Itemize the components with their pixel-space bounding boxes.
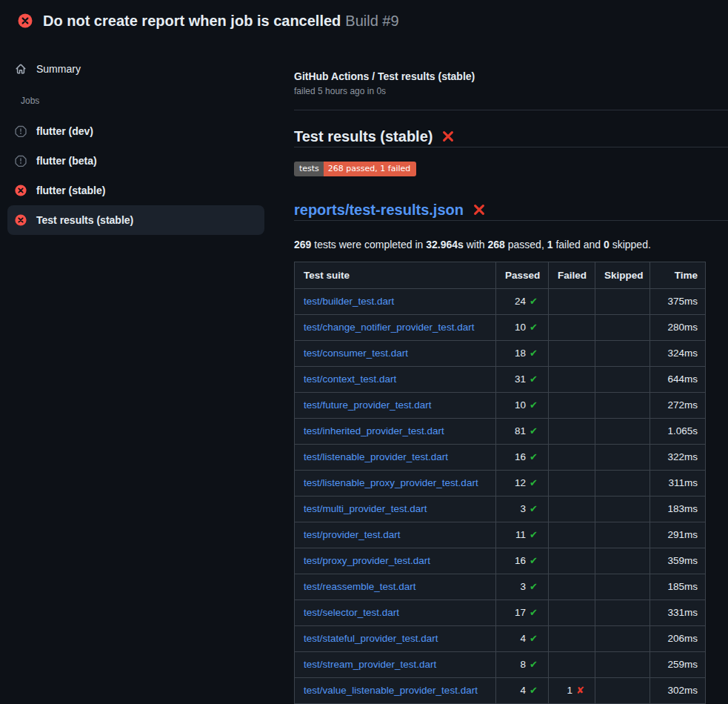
test-suite-link[interactable]: test/consumer_test.dart (304, 348, 408, 359)
test-suite-link[interactable]: test/stateful_provider_test.dart (304, 633, 438, 644)
time-value: 259ms (667, 659, 698, 670)
table-row: test/context_test.dart 31✔ ✘ 644ms (295, 367, 706, 393)
main-content: GitHub Actions / Test results (stable) f… (275, 41, 728, 704)
table-row: test/listenable_provider_test.dart 16✔ ✘… (295, 445, 706, 471)
sidebar-job-item[interactable]: flutter (dev) (7, 116, 264, 146)
table-row: test/future_provider_test.dart 10✔ ✘ 272… (295, 393, 706, 419)
check-icon: ✔ (530, 373, 538, 385)
time-value: 302ms (667, 685, 698, 696)
table-row: test/stateful_provider_test.dart 4✔ ✘ 20… (295, 626, 706, 652)
passed-value: 17 (515, 607, 526, 618)
test-suite-link[interactable]: test/future_provider_test.dart (304, 399, 432, 411)
table-row: test/stream_provider_test.dart 8✔ ✘ 259m… (295, 652, 706, 678)
sidebar-job-label: Test results (stable) (36, 214, 133, 226)
passed-value: 12 (515, 477, 526, 488)
x-circle-icon (18, 13, 33, 28)
jobs-list: flutter (dev) flutter (beta) (7, 116, 264, 235)
test-suite-link[interactable]: test/selector_test.dart (304, 607, 399, 618)
col-test-suite: Test suite (295, 262, 496, 289)
divider (294, 110, 728, 110)
test-suite-link[interactable]: test/stream_provider_test.dart (304, 659, 436, 670)
col-time: Time (650, 262, 706, 289)
test-suite-link[interactable]: test/change_notifier_provider_test.dart (304, 322, 474, 333)
col-passed: Passed (496, 262, 549, 289)
failed-value: 1 (567, 685, 573, 696)
page-header: Do not create report when job is cancell… (0, 0, 728, 41)
page-title: Do not create report when job is cancell… (43, 13, 341, 29)
passed-value: 24 (515, 296, 526, 307)
check-icon: ✔ (530, 451, 538, 462)
check-icon: ✔ (530, 296, 538, 307)
table-row: test/selector_test.dart 17✔ ✘ 331ms (295, 600, 706, 626)
table-row: test/provider_test.dart 11✔ ✘ 291ms (295, 522, 706, 548)
check-icon: ✔ (530, 633, 538, 644)
failed-count: 1 (547, 239, 553, 250)
passed-value: 8 (521, 659, 527, 670)
test-suite-link[interactable]: test/proxy_provider_test.dart (304, 555, 430, 566)
time-value: 1.065s (667, 425, 698, 436)
report-title: reports/test-results.json (294, 199, 728, 221)
test-table-body: test/builder_test.dart 24✔ ✘ 375ms test/… (295, 289, 706, 704)
test-suite-link[interactable]: test/reassemble_test.dart (304, 581, 416, 592)
test-suite-link[interactable]: test/inherited_provider_test.dart (304, 425, 444, 436)
test-suite-link[interactable]: test/listenable_proxy_provider_test.dart (304, 477, 478, 488)
cross-icon: ✘ (576, 685, 584, 696)
check-icon: ✔ (530, 607, 538, 618)
test-suite-link[interactable]: test/listenable_provider_test.dart (304, 451, 448, 462)
test-results-table: Test suite Passed Failed Skipped Time te… (294, 262, 706, 704)
time-value: 644ms (667, 373, 698, 385)
sidebar-job-label: flutter (beta) (36, 155, 97, 167)
test-suite-link[interactable]: test/multi_provider_test.dart (304, 503, 427, 514)
badge-value: 268 passed, 1 failed (324, 162, 416, 176)
time-value: 272ms (667, 399, 698, 411)
time-value: 324ms (667, 348, 698, 359)
table-row: test/builder_test.dart 24✔ ✘ 375ms (295, 289, 706, 315)
check-icon: ✔ (530, 581, 538, 592)
table-row: test/reassemble_test.dart 3✔ ✘ 185ms (295, 574, 706, 600)
passed-value: 16 (515, 451, 526, 462)
jobs-section-label: Jobs (7, 96, 264, 106)
sidebar-item-summary[interactable]: Summary (7, 54, 264, 84)
passed-value: 31 (515, 373, 526, 385)
cross-mark-icon (441, 130, 455, 143)
check-icon: ✔ (530, 477, 538, 488)
time-value: 311ms (668, 477, 698, 488)
time-value: 185ms (667, 581, 698, 592)
section-title-text: Test results (stable) (294, 126, 433, 147)
time-value: 359ms (667, 555, 698, 566)
table-row: test/listenable_proxy_provider_test.dart… (295, 471, 706, 497)
check-icon: ✔ (530, 425, 538, 436)
test-suite-link[interactable]: test/context_test.dart (304, 373, 396, 385)
sidebar-job-label: flutter (dev) (36, 125, 93, 137)
x-circle-icon (15, 185, 27, 196)
time-value: 206ms (667, 633, 698, 644)
sidebar: Summary Jobs flutter (dev) (0, 41, 275, 235)
sidebar-job-item[interactable]: Test results (stable) (7, 205, 264, 235)
test-suite-link[interactable]: test/builder_test.dart (304, 296, 394, 307)
report-file-link[interactable]: reports/test-results.json (294, 199, 464, 220)
test-suite-link[interactable]: test/provider_test.dart (304, 529, 401, 540)
sidebar-job-item[interactable]: flutter (beta) (7, 146, 264, 176)
sidebar-summary-label: Summary (36, 63, 81, 75)
table-row: test/proxy_provider_test.dart 16✔ ✘ 359m… (295, 548, 706, 574)
check-icon: ✔ (530, 529, 538, 540)
table-header-row: Test suite Passed Failed Skipped Time (295, 262, 706, 289)
test-suite-link[interactable]: test/value_listenable_provider_test.dart (304, 685, 478, 696)
breadcrumb: GitHub Actions / Test results (stable) (294, 69, 728, 84)
sidebar-job-label: flutter (stable) (36, 185, 105, 196)
time-value: 280ms (667, 322, 698, 333)
col-failed: Failed (549, 262, 595, 289)
tests-badge: tests 268 passed, 1 failed (294, 162, 416, 176)
cross-mark-icon (472, 203, 486, 216)
time-value: 331ms (667, 607, 698, 618)
passed-value: 10 (515, 399, 526, 411)
time-value: 375ms (667, 296, 698, 307)
passed-value: 10 (515, 322, 526, 333)
passed-value: 3 (521, 581, 527, 592)
run-meta: failed 5 hours ago in 0s (294, 84, 728, 98)
col-skipped: Skipped (595, 262, 650, 289)
sidebar-job-item[interactable]: flutter (stable) (7, 176, 264, 205)
total-count: 269 (294, 239, 311, 250)
check-icon: ✔ (530, 348, 538, 359)
skipped-count: 0 (604, 239, 610, 250)
